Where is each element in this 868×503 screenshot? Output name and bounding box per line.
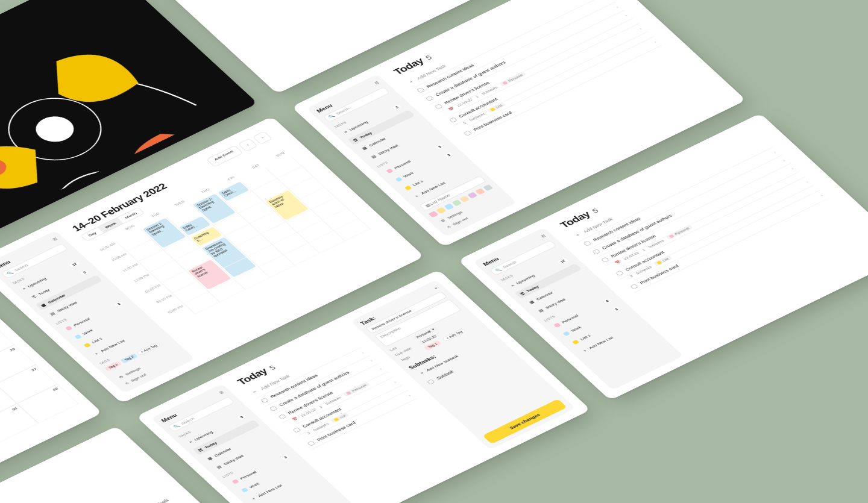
save-button[interactable]: Save changes <box>482 399 567 444</box>
svg-point-0 <box>28 111 81 146</box>
landing-title: Productive Mind <box>8 481 173 503</box>
menu-icon[interactable]: ≡ <box>51 236 59 242</box>
close-icon[interactable]: × <box>433 286 438 290</box>
